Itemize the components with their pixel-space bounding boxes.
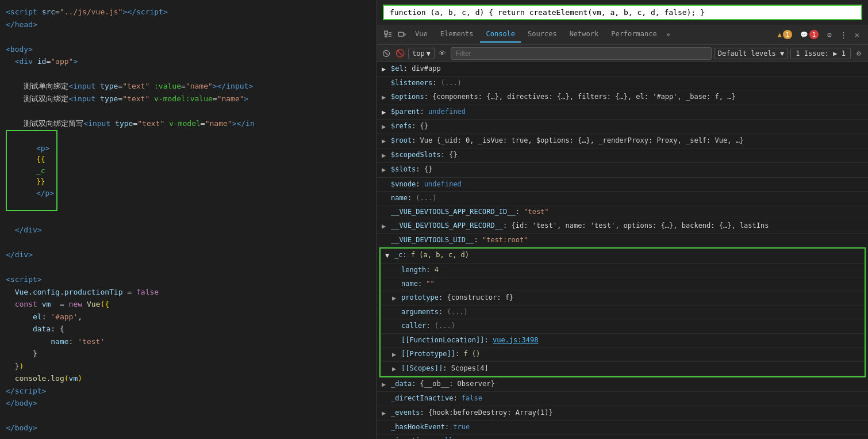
tab-elements[interactable]: Elements — [435, 26, 479, 43]
code-line: 测试双向绑定简写 <input type = "text" v-model = … — [0, 117, 377, 130]
expand-arrow[interactable]: ▶ — [382, 107, 390, 118]
block-requests-button[interactable]: 🚫 — [394, 48, 406, 59]
close-icon[interactable]: ✕ — [851, 28, 863, 41]
default-levels-dropdown[interactable]: Default levels ▼ — [714, 48, 789, 59]
code-line — [0, 105, 377, 117]
code-line: const vm = new Vue ({ — [0, 298, 377, 311]
expand-arrow[interactable]: ▶ — [382, 121, 390, 132]
code-line — [0, 236, 377, 249]
console-settings-icon[interactable]: ⚙ — [853, 48, 865, 59]
tooltip-bar: function (a, b, c, d) { return createEle… — [383, 5, 862, 20]
code-line: <script> — [0, 273, 377, 286]
eye-icon[interactable]: 👁 — [437, 48, 448, 59]
console-row-parent[interactable]: ▶ $parent: undefined — [377, 105, 868, 120]
device-icon[interactable] — [395, 28, 408, 41]
console-row-name[interactable]: name: (...) — [377, 192, 868, 205]
console-row-hashookevent[interactable]: _hasHookEvent: true — [377, 421, 868, 434]
expand-arrow[interactable]: ▶ — [392, 364, 400, 375]
clear-console-button[interactable] — [381, 48, 392, 59]
code-line: </script> — [0, 385, 377, 398]
tab-network[interactable]: Network — [564, 26, 605, 43]
code-line: </body> — [0, 397, 377, 410]
code-line — [0, 410, 377, 422]
console-row-scopes[interactable]: ▶ [[Scopes]]: Scopes[4] — [381, 362, 865, 376]
code-line: } — [0, 348, 377, 360]
console-row-el[interactable]: ▶ $el: div#app — [377, 62, 868, 77]
warnings-badge[interactable]: ▲1 — [774, 30, 796, 39]
console-row-fn-location[interactable]: [[FunctionLocation]]: vue.js:3498 — [381, 334, 865, 348]
messages-badge[interactable]: 💬1 — [797, 30, 822, 39]
more-tabs-button[interactable]: » — [664, 30, 673, 39]
expand-arrow[interactable]: ▶ — [382, 408, 390, 419]
console-row-uid[interactable]: __VUE_DEVTOOLS_UID__: "test:root" — [377, 234, 868, 247]
code-line: 测试双向绑定 <input type = "text" v-model:valu… — [0, 93, 377, 105]
code-line: </div> — [0, 249, 377, 261]
code-editor: <script src = "../js/vue.js" ></script> … — [0, 0, 377, 439]
expand-arrow[interactable]: ▶ — [382, 64, 390, 75]
inspect-icon[interactable] — [382, 28, 394, 41]
svg-rect-0 — [385, 31, 387, 34]
code-line: </head> — [0, 18, 377, 31]
code-line-highlight: <p> {{ _c }} </p> — [0, 129, 377, 212]
console-row-c[interactable]: ▼ _c: f (a, b, c, d) — [381, 249, 865, 263]
console-row-scopedslots[interactable]: ▶ $scopedSlots: {} — [377, 148, 868, 163]
highlight-section: ▼ _c: f (a, b, c, d) length: 4 name: "" … — [379, 247, 866, 377]
context-dropdown[interactable]: top ▼ — [408, 48, 435, 59]
svg-rect-2 — [404, 33, 405, 36]
code-line: Vue . config . productionTip = false — [0, 286, 377, 299]
expand-arrow[interactable]: ▶ — [382, 379, 390, 390]
expand-arrow[interactable]: ▶ — [382, 150, 390, 161]
console-row-caller[interactable]: caller: (...) — [381, 319, 865, 333]
console-row-length[interactable]: length: 4 — [381, 264, 865, 277]
console-row-fn-name[interactable]: name: "" — [381, 277, 865, 291]
code-line — [0, 212, 377, 224]
code-line — [0, 261, 377, 274]
expand-arrow[interactable]: ▶ — [392, 293, 400, 304]
expand-arrow[interactable]: ▼ — [385, 250, 393, 261]
console-toolbar: 🚫 top ▼ 👁 Default levels ▼ 1 Issue: ▶ 1 … — [377, 45, 868, 62]
filter-input[interactable] — [451, 47, 712, 60]
console-row-arguments[interactable]: arguments: (...) — [381, 306, 865, 319]
code-line — [0, 68, 377, 81]
console-row-slots[interactable]: ▶ $slots: {} — [377, 163, 868, 177]
console-row-record-id[interactable]: __VUE_DEVTOOLS_APP_RECORD_ID__: "test" — [377, 205, 868, 219]
context-value: top — [412, 49, 425, 58]
expand-arrow[interactable]: ▶ — [382, 165, 390, 175]
console-row-refs[interactable]: ▶ $refs: {} — [377, 120, 868, 134]
expand-arrow[interactable]: ▶ — [382, 221, 390, 232]
tab-sources[interactable]: Sources — [522, 26, 563, 43]
tab-console[interactable]: Console — [480, 26, 521, 43]
settings-icon[interactable]: ⚙ — [823, 28, 836, 41]
issue-button[interactable]: 1 Issue: ▶ 1 — [790, 48, 851, 59]
code-line: </div> — [0, 224, 377, 236]
code-line: <script src = "../js/vue.js" ></script> — [0, 6, 377, 18]
console-row-inactive[interactable]: _inactive: null — [377, 434, 868, 439]
code-line: </body> — [0, 422, 377, 434]
tab-vue[interactable]: Vue — [409, 26, 433, 43]
console-row-directinactive[interactable]: _directInactive: false — [377, 392, 868, 406]
console-row-vnode[interactable]: $vnode: undefined — [377, 178, 868, 192]
console-row-root[interactable]: ▶ $root: Vue {_uid: 0, _isVue: true, $op… — [377, 134, 868, 148]
console-row-record[interactable]: ▶ __VUE_DEVTOOLS_APP_RECORD__: {id: 'tes… — [377, 219, 868, 234]
code-line: <body> — [0, 43, 377, 56]
code-line: el : '#app' , — [0, 311, 377, 323]
code-line: data : { — [0, 323, 377, 335]
tab-performance[interactable]: Performance — [605, 26, 662, 43]
console-row-prototype[interactable]: ▶ prototype: {constructor: f} — [381, 291, 865, 306]
svg-line-4 — [385, 52, 388, 55]
code-line: } ) — [0, 360, 377, 373]
console-content[interactable]: ▶ $el: div#app $listeners: (...) ▶ $opti… — [377, 62, 868, 439]
devtools-tab-bar: Vue Elements Console Sources Network Per… — [377, 25, 868, 45]
console-row-fn-prototype[interactable]: ▶ [[Prototype]]: f () — [381, 348, 865, 362]
expand-arrow[interactable]: ▶ — [392, 349, 400, 360]
console-row-events[interactable]: ▶ _events: {hook:beforeDestroy: Array(1)… — [377, 406, 868, 421]
expand-arrow[interactable]: ▶ — [382, 92, 390, 103]
expand-arrow[interactable]: ▶ — [382, 136, 390, 147]
svg-rect-1 — [398, 32, 404, 36]
console-row-listeners[interactable]: $listeners: (...) — [377, 77, 868, 90]
more-options-icon[interactable]: ⋮ — [837, 28, 850, 41]
console-row-data[interactable]: ▶ _data: {__ob__: Observer} — [377, 377, 868, 392]
console-row-options[interactable]: ▶ $options: {components: {…}, directives… — [377, 90, 868, 105]
code-line: <div id = "app" > — [0, 55, 377, 68]
code-line: 测试单向绑定 <input type = "text" :value = "na… — [0, 80, 377, 93]
